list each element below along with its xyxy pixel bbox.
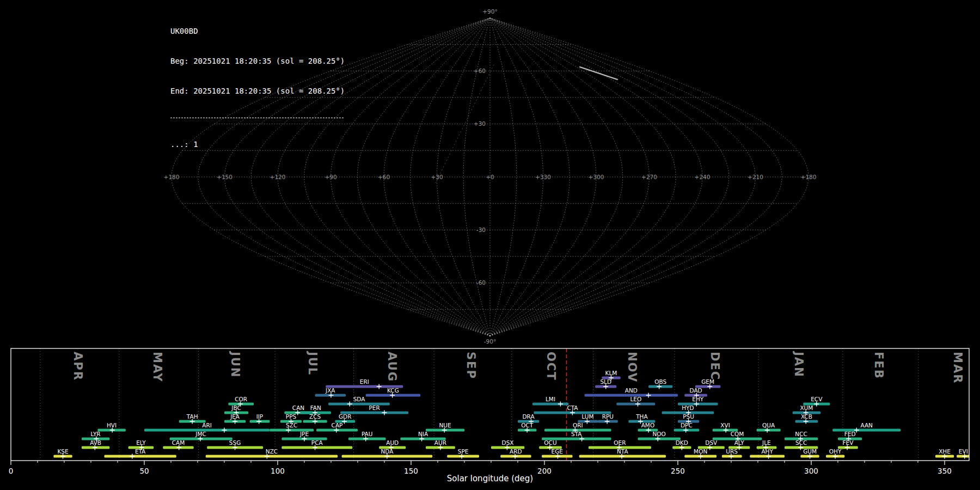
peak-marker	[724, 428, 728, 433]
shower-pau: PAU	[348, 431, 386, 442]
shower-label: RPU	[602, 413, 614, 420]
meteor-count-line: ...: 1	[170, 139, 345, 149]
map-lat-label: -90°	[484, 338, 496, 345]
shower-cam: CAM	[163, 439, 193, 450]
map-lon-label: +60	[378, 174, 390, 180]
shower-label: AHY	[761, 448, 773, 455]
shower-spe: SPE	[447, 448, 479, 459]
shower-label: URS	[726, 448, 738, 455]
shower-gum: GUM	[800, 448, 819, 459]
peak-marker	[766, 454, 771, 459]
shower-label: ELY	[136, 439, 146, 446]
month-label-may: MAY	[151, 352, 164, 382]
peak-marker	[707, 384, 712, 389]
shower-label: SSG	[229, 439, 241, 446]
shower-bar	[105, 455, 176, 458]
peak-marker	[833, 454, 838, 459]
peak-marker	[513, 454, 518, 459]
map-lon-label: +30	[431, 174, 443, 180]
peak-marker	[190, 419, 195, 424]
shower-jxa: JXA	[315, 387, 346, 398]
shower-label: KLM	[605, 370, 617, 376]
shower-label: AND	[625, 387, 638, 394]
peak-marker	[256, 419, 261, 424]
peak-marker	[814, 402, 819, 407]
shower-label: FAN	[310, 405, 321, 411]
peak-marker	[232, 445, 237, 450]
shower-label: STA	[571, 431, 582, 437]
shower-xhe: XHE	[935, 448, 954, 459]
shower-ssg: SSG	[207, 439, 263, 450]
shower-sld: SLD	[595, 378, 616, 389]
shower-bar	[144, 429, 270, 432]
shower-rpu: RPU	[598, 413, 618, 424]
shower-label: NUE	[439, 422, 451, 428]
shower-label: LYR	[91, 431, 101, 437]
map-lon-label: +270	[641, 174, 657, 180]
shower-qua: QUA	[757, 422, 781, 433]
peak-marker	[579, 437, 584, 442]
map-lon-label: +120	[270, 174, 286, 180]
peak-marker	[807, 454, 812, 459]
shower-label: JEA	[230, 413, 240, 420]
shower-dkd: DKD	[672, 439, 691, 450]
peak-marker	[603, 384, 608, 389]
peak-marker	[845, 445, 850, 450]
map-lat-label: +90°	[482, 8, 497, 15]
shower-avb: AVB	[82, 439, 109, 450]
x-tick-label: 0	[9, 467, 14, 475]
x-tick-label: 200	[537, 467, 552, 475]
peak-marker	[942, 454, 947, 459]
shower-label: JXA	[325, 387, 335, 394]
shower-label: CAN	[292, 405, 304, 411]
shower-label: COR	[235, 396, 247, 402]
shower-label: THA	[635, 413, 648, 420]
month-label-sep: SEP	[464, 352, 477, 379]
shower-label: PER	[369, 405, 379, 411]
peak-marker	[585, 419, 590, 424]
plot-canvas: +180+150+120+90+60+30+0+330+300+270+240+…	[0, 0, 980, 490]
month-label-dec: DEC	[708, 352, 721, 381]
peak-marker	[176, 445, 181, 450]
shower-label: KSE	[57, 448, 68, 455]
shower-nda: NDA	[342, 448, 433, 459]
peak-marker	[765, 428, 770, 433]
shower-mon: MON	[684, 448, 716, 459]
shower-aan: AAN	[832, 422, 901, 433]
x-tick-label: 250	[671, 467, 685, 475]
shower-oct: OCT	[518, 422, 536, 433]
x-tick-label: 100	[271, 467, 285, 475]
shower-label: AVB	[90, 439, 101, 446]
shower-ohy: OHY	[826, 448, 844, 459]
shower-label: QUA	[762, 422, 775, 428]
shower-label: HVI	[107, 422, 117, 428]
shower-label: JPE	[299, 431, 309, 437]
shower-bar	[328, 403, 390, 406]
shower-label: CAM	[172, 439, 185, 446]
peak-marker	[198, 437, 203, 442]
shower-label: ARI	[202, 422, 212, 428]
shower-label: ORI	[573, 422, 583, 428]
shower-bar	[832, 429, 901, 432]
shower-label: OHY	[829, 448, 842, 455]
x-axis-title: Solar longitude (deg)	[447, 474, 533, 483]
peak-marker	[222, 428, 227, 433]
shower-label: NTA	[617, 448, 628, 455]
shower-label: SZC	[286, 422, 297, 428]
shower-pca: PCA	[281, 439, 352, 450]
peak-marker	[390, 393, 395, 398]
peak-marker	[438, 445, 443, 450]
shower-label: OBS	[654, 378, 666, 385]
month-label-nov: NOV	[626, 352, 639, 383]
shower-label: ECV	[811, 396, 823, 402]
shower-label: SDA	[353, 396, 366, 402]
month-label-jul: JUL	[306, 351, 319, 376]
shower-label: NIA	[418, 431, 428, 437]
shower-label: DSV	[705, 439, 718, 446]
shower-label: CAP	[332, 422, 343, 428]
shower-label: EHY	[692, 396, 704, 402]
shower-label: EVI	[959, 448, 968, 455]
shower-nue: NUE	[426, 422, 464, 433]
shower-iip: IIP	[250, 413, 270, 424]
shower-label: AUR	[434, 439, 446, 446]
